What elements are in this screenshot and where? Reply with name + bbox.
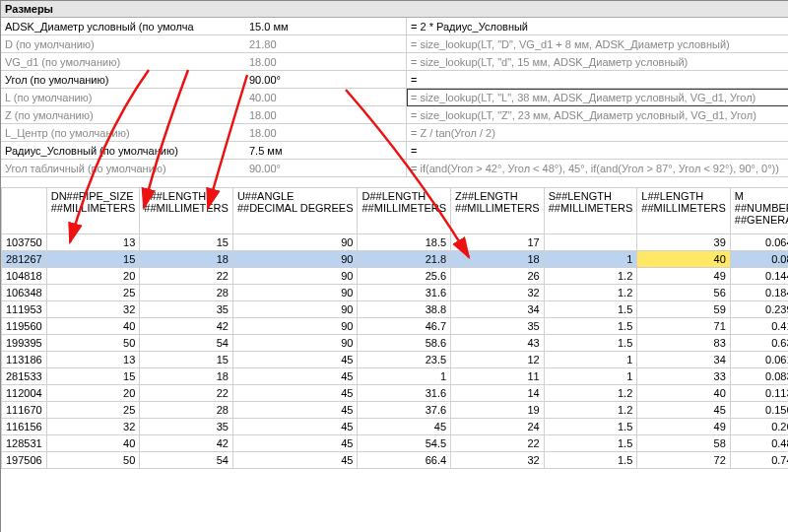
cell[interactable]: 40 [637,385,731,402]
property-value[interactable]: 90.00° [245,160,407,177]
column-header[interactable]: Z##LENGTH##MILLIMETERS [451,188,545,234]
property-formula[interactable]: = if(and(Угол > 42°, Угол < 48°), 45°, i… [407,160,789,177]
cell[interactable]: 0.0644 [730,234,788,251]
column-header[interactable]: DN##PIPE_SIZE##MILLIMETERS [46,188,140,234]
property-formula[interactable]: = [407,142,789,160]
cell[interactable]: 31.6 [358,385,451,402]
cell[interactable]: 90 [232,301,358,318]
cell[interactable]: 1.5 [544,335,637,352]
property-value[interactable]: 15.0 мм [245,18,407,35]
cell[interactable]: 56 [637,285,731,301]
table-row[interactable]: 19939550549058.6431.5830.635Отвод 90°Отв… [2,335,789,352]
cell[interactable]: 34 [637,352,731,368]
cell[interactable]: 28 [140,285,233,301]
property-formula[interactable]: = Z / tan(Угол / 2) [407,124,789,142]
cell[interactable]: 45 [232,435,358,452]
cell[interactable]: 18 [140,251,233,268]
cell[interactable]: 1.5 [544,452,637,469]
cell[interactable]: 20 [46,268,140,285]
cell[interactable]: 32 [451,452,545,469]
cell[interactable]: 90 [232,285,358,301]
cell[interactable]: 12 [451,352,545,368]
property-formula[interactable]: = size_lookup(LT, "D", VG_d1 + 8 мм, ADS… [407,35,789,53]
cell[interactable]: 58.6 [358,335,451,352]
cell[interactable]: 59 [637,301,731,318]
cell[interactable]: 45 [232,419,358,435]
cell[interactable]: 45 [358,419,451,435]
table-row[interactable]: 11615632354545241.5490.266Отвод 45°Отвод… [2,419,789,435]
cell[interactable]: 21.8 [358,251,451,268]
table-row[interactable]: 11200420224531.6141.2400.1135Отвод 45°От… [2,385,789,402]
cell[interactable]: 1.5 [544,301,637,318]
cell[interactable]: 0.414 [730,318,788,335]
cell[interactable]: 25.6 [358,268,451,285]
table-row[interactable]: 11956040429046.7351.5710.414Отвод 90°Отв… [2,318,789,335]
cell[interactable]: 50 [46,452,140,469]
column-header[interactable]: M##NUMBER##GENERAL [730,188,788,234]
cell[interactable]: 1 [544,352,637,368]
cell[interactable]: 22 [140,385,233,402]
property-value[interactable]: 90.00° [245,71,407,89]
table-row[interactable]: 28126715189021.8181400.082Отвод 90°Отвод… [2,251,789,268]
cell[interactable]: 42 [140,435,233,452]
cell[interactable]: 35 [140,419,233,435]
cell[interactable]: 66.4 [358,452,451,469]
cell[interactable]: 1.2 [544,268,637,285]
cell[interactable]: 1.2 [544,402,637,419]
cell[interactable]: 11 [451,368,545,385]
cell[interactable]: 45 [232,452,358,469]
property-row[interactable]: Радиус_Условный (по умолчанию)7.5 мм= [1,142,788,160]
cell[interactable]: 46.7 [358,318,451,335]
cell[interactable]: 90 [232,268,358,285]
cell[interactable]: 45 [232,368,358,385]
cell[interactable]: 71 [637,318,731,335]
cell[interactable]: 39 [637,234,731,251]
property-row[interactable]: ADSK_Диаметр условный (по умолча15.0 мм=… [1,18,788,35]
cell[interactable]: 32 [46,301,140,318]
cell[interactable]: 0.1441 [730,268,788,285]
cell[interactable]: 49 [637,419,731,435]
cell[interactable]: 26 [451,268,545,285]
property-row[interactable]: L (по умолчанию)40.00= size_lookup(LT, "… [1,89,788,106]
cell[interactable]: 20 [46,385,140,402]
cell[interactable]: 1 [544,251,637,268]
cell[interactable]: 83 [637,335,731,352]
cell[interactable]: 32 [46,419,140,435]
cell[interactable]: 34 [451,301,545,318]
property-row[interactable]: VG_d1 (по умолчанию)18.00= size_lookup(L… [1,53,788,71]
property-value[interactable]: 21.80 [245,35,407,53]
cell[interactable]: 33 [637,368,731,385]
property-row[interactable]: D (по умолчанию)21.80= size_lookup(LT, "… [1,35,788,53]
cell[interactable]: 18 [451,251,545,268]
property-formula[interactable]: = size_lookup(LT, "Z", 23 мм, ADSK_Диаме… [407,106,789,124]
cell[interactable]: 13 [46,234,140,251]
cell[interactable]: 18.5 [358,234,451,251]
cell[interactable]: 0.741 [730,452,788,469]
cell[interactable]: 40 [46,318,140,335]
cell[interactable]: 0.0611 [730,352,788,368]
table-row[interactable]: 12853140424554.5221.5580.482Отвод 45°Отв… [2,435,789,452]
cell[interactable]: 0.1563 [730,402,788,419]
cell[interactable]: 31.6 [358,285,451,301]
cell[interactable]: 23.5 [358,352,451,368]
column-header[interactable]: S##LENGTH##MILLIMETERS [544,188,637,234]
cell[interactable]: 15 [140,234,233,251]
cell[interactable]: 14 [451,385,545,402]
cell[interactable]: 1.5 [544,419,637,435]
table-row[interactable]: 11167025284537.6191.2450.1563Отвод 45°От… [2,402,789,419]
cell[interactable]: 0.0834 [730,368,788,385]
cell[interactable]: 90 [232,318,358,335]
cell[interactable]: 54 [140,452,233,469]
cell[interactable]: 35 [451,318,545,335]
column-header[interactable]: D##LENGTH##MILLIMETERS [358,188,451,234]
cell[interactable]: 90 [232,335,358,352]
cell[interactable] [544,234,637,251]
cell[interactable]: 0.482 [730,435,788,452]
cell[interactable]: 15 [140,352,233,368]
cell[interactable]: 25 [46,402,140,419]
property-row[interactable]: Угол (по умолчанию)90.00°= [1,71,788,89]
cell[interactable]: 1.5 [544,318,637,335]
property-row[interactable]: Z (по умолчанию)18.00= size_lookup(LT, "… [1,106,788,124]
cell[interactable]: 1.2 [544,285,637,301]
cell[interactable]: 22 [140,268,233,285]
